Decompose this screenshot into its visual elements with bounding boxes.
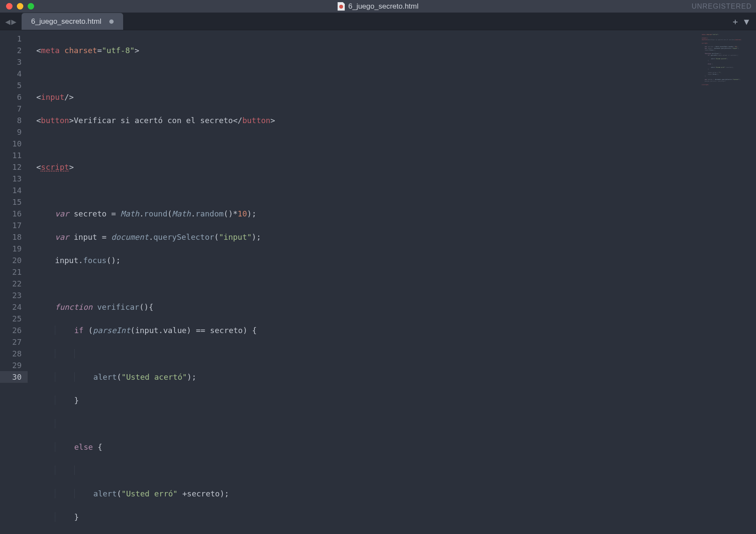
code-line[interactable]: var input = document.querySelector("inpu…: [36, 231, 756, 243]
line-number-gutter[interactable]: 1 2 3 4 5 6 7 8 9 10 11 12 13 14 15 16 1…: [0, 30, 28, 534]
window-title-text: 6_juego_secreto.html: [348, 2, 419, 11]
code-line[interactable]: [36, 418, 756, 429]
line-number[interactable]: 23: [0, 289, 22, 301]
line-number[interactable]: 6: [0, 91, 22, 103]
code-line[interactable]: <button>Verificar si acertó con el secre…: [36, 114, 756, 126]
line-number[interactable]: 22: [0, 278, 22, 289]
new-tab-icon[interactable]: +: [733, 16, 738, 27]
unregistered-label: UNREGISTERED: [692, 3, 752, 10]
line-number[interactable]: 16: [0, 208, 22, 219]
code-line[interactable]: }: [36, 394, 756, 406]
nav-back-icon[interactable]: ◀: [5, 16, 10, 27]
line-number[interactable]: 15: [0, 196, 22, 208]
code-line[interactable]: alert("Usted erró" +secreto);: [36, 488, 756, 499]
tab-active[interactable]: 6_juego_secreto.html: [22, 13, 123, 30]
line-number[interactable]: 20: [0, 254, 22, 266]
code-line[interactable]: [36, 278, 756, 289]
line-number[interactable]: 25: [0, 313, 22, 324]
window-controls: [0, 3, 34, 10]
tab-dirty-indicator-icon: [109, 19, 114, 24]
close-icon[interactable]: [6, 3, 13, 10]
line-number[interactable]: 5: [0, 79, 22, 91]
code-line[interactable]: <script>: [36, 161, 756, 173]
line-number[interactable]: 27: [0, 336, 22, 348]
code-line[interactable]: input.focus();: [36, 254, 756, 266]
code-line[interactable]: <input/>: [36, 91, 756, 103]
line-number[interactable]: 2: [0, 44, 22, 56]
line-number[interactable]: 9: [0, 126, 22, 138]
line-number[interactable]: 10: [0, 138, 22, 149]
maximize-icon[interactable]: [28, 3, 34, 10]
line-number[interactable]: 14: [0, 184, 22, 196]
code-line[interactable]: }: [36, 511, 756, 523]
code-line[interactable]: [36, 68, 756, 79]
code-line[interactable]: var secreto = Math.round(Math.random()*1…: [36, 208, 756, 219]
tabbar-actions: + ▼: [733, 13, 756, 30]
line-number[interactable]: 21: [0, 266, 22, 278]
minimize-icon[interactable]: [17, 3, 23, 10]
window-title: 6_juego_secreto.html: [337, 2, 419, 11]
line-number[interactable]: 28: [0, 348, 22, 359]
code-line[interactable]: else {: [36, 441, 756, 453]
line-number[interactable]: 3: [0, 56, 22, 68]
line-number[interactable]: 8: [0, 114, 22, 126]
code-line[interactable]: [36, 184, 756, 196]
code-line[interactable]: [36, 348, 756, 359]
line-number[interactable]: 11: [0, 149, 22, 161]
code-line[interactable]: function verificar(){: [36, 301, 756, 313]
line-number[interactable]: 13: [0, 173, 22, 184]
nav-forward-icon[interactable]: ▶: [11, 16, 16, 27]
tab-history-nav: ◀ ▶: [0, 13, 22, 30]
line-number[interactable]: 19: [0, 243, 22, 254]
line-number[interactable]: 7: [0, 103, 22, 114]
code-line[interactable]: [36, 464, 756, 476]
window-titlebar: 6_juego_secreto.html UNREGISTERED: [0, 0, 756, 13]
line-number[interactable]: 26: [0, 324, 22, 336]
file-icon: [337, 2, 345, 11]
code-line[interactable]: if (parseInt(input.value) == secreto) {: [36, 324, 756, 336]
tab-menu-icon[interactable]: ▼: [744, 16, 749, 27]
line-number[interactable]: 24: [0, 301, 22, 313]
code-line[interactable]: <meta charset="utf-8">: [36, 44, 756, 56]
line-number[interactable]: 12: [0, 161, 22, 173]
line-number[interactable]: 17: [0, 219, 22, 231]
line-number[interactable]: 1: [0, 33, 22, 44]
tab-bar: ◀ ▶ 6_juego_secreto.html + ▼: [0, 13, 756, 30]
line-number[interactable]: 4: [0, 68, 22, 79]
line-number[interactable]: 30: [0, 371, 28, 383]
minimap[interactable]: <meta charset="utf-8"> <input/> <button>…: [702, 32, 753, 87]
line-number[interactable]: 18: [0, 231, 22, 243]
tab-label: 6_juego_secreto.html: [31, 17, 102, 26]
line-number[interactable]: 29: [0, 359, 22, 371]
code-line[interactable]: [36, 138, 756, 149]
editor: 1 2 3 4 5 6 7 8 9 10 11 12 13 14 15 16 1…: [0, 30, 756, 534]
code-line[interactable]: alert("Usted acertó");: [36, 371, 756, 383]
code-area[interactable]: <meta charset="utf-8"> <input/> <button>…: [28, 30, 756, 534]
